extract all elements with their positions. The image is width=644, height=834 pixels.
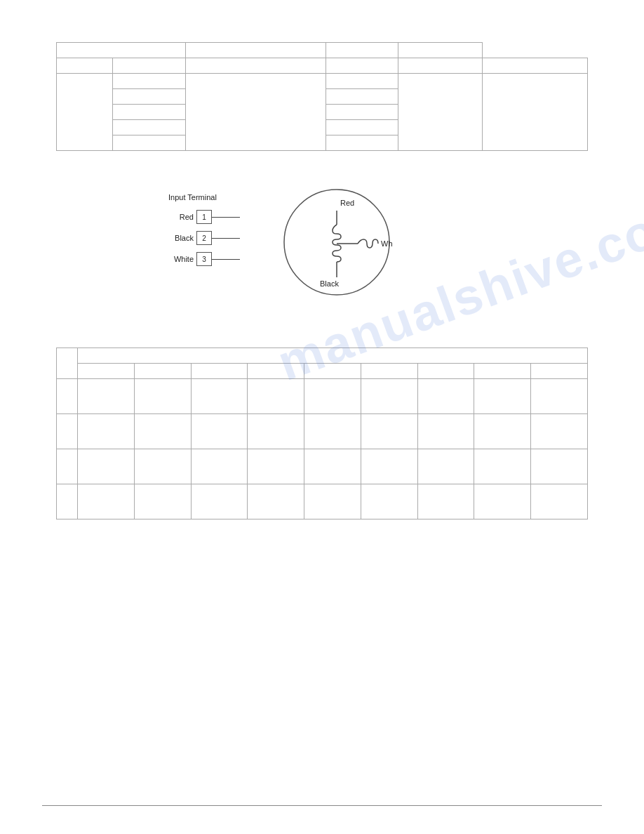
terminal-row-black: Black 2 [168, 228, 240, 248]
table-row [57, 364, 588, 379]
terminal-box-2: 2 [196, 231, 212, 245]
top-table [56, 42, 588, 151]
page-bottom-line [42, 805, 602, 806]
terminal-row-white: White 3 [168, 249, 240, 269]
table-row [57, 43, 588, 58]
svg-text:White: White [381, 239, 393, 248]
circuit-diagram-section: Input Terminal Red 1 Black 2 White 3 [56, 179, 588, 319]
terminal-color-white: White [168, 255, 194, 263]
table-row [57, 449, 588, 484]
table-row [57, 58, 588, 74]
table-row [57, 348, 588, 364]
terminal-color-black: Black [168, 234, 194, 242]
terminal-box-3: 3 [196, 252, 212, 266]
terminal-row-red: Red 1 [168, 207, 240, 227]
table-row [57, 379, 588, 414]
transformer-circle: Red Black White [281, 186, 393, 298]
terminal-box-1: 1 [196, 210, 212, 224]
svg-text:Red: Red [340, 199, 354, 207]
bottom-table [56, 348, 588, 519]
terminal-line-white [212, 259, 240, 260]
terminal-line-black [212, 238, 240, 239]
table-row [57, 414, 588, 449]
terminal-line-red [212, 217, 240, 218]
input-terminal-label: Input Terminal [168, 193, 240, 201]
input-terminal-area: Input Terminal Red 1 Black 2 White 3 [168, 193, 240, 270]
terminal-rows: Red 1 Black 2 White 3 [168, 207, 240, 270]
svg-text:Black: Black [320, 279, 339, 288]
table-row [57, 74, 588, 89]
table-row [57, 484, 588, 519]
terminal-color-red: Red [168, 213, 194, 221]
